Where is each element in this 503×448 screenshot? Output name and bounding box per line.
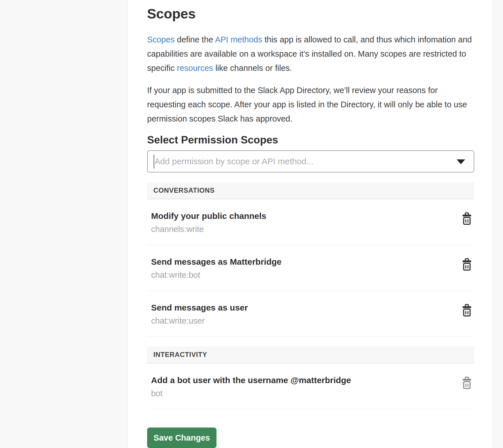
section-label: CONVERSATIONS xyxy=(153,186,215,194)
page-title: Scopes xyxy=(147,6,474,22)
text-cursor xyxy=(154,155,154,168)
trash-icon xyxy=(462,377,471,389)
scope-search-input[interactable] xyxy=(148,151,474,172)
trash-icon xyxy=(462,258,471,271)
scope-name: Modify your public channels xyxy=(151,211,266,221)
scope-info: Add a bot user with the username @matter… xyxy=(151,375,351,399)
scope-info: Send messages as Matterbridge chat:write… xyxy=(151,256,282,280)
scope-row-bot: Add a bot user with the username @matter… xyxy=(147,363,474,409)
api-methods-link[interactable]: API methods xyxy=(215,35,262,44)
scope-row-chat-write-user: Send messages as user chat:write:user xyxy=(147,291,474,337)
section-header-conversations: CONVERSATIONS xyxy=(147,182,474,199)
trash-icon xyxy=(462,304,471,317)
scope-code: chat:write:bot xyxy=(151,270,282,280)
remove-scope-button[interactable] xyxy=(462,212,471,225)
sidebar xyxy=(0,0,127,448)
scope-name: Send messages as Matterbridge xyxy=(151,256,282,267)
main-content-card: Scopes Scopes define the API methods thi… xyxy=(127,0,493,448)
chevron-down-icon[interactable] xyxy=(457,159,465,164)
scope-code: bot xyxy=(151,388,351,399)
remove-scope-button[interactable] xyxy=(462,377,471,389)
scope-code: chat:write:user xyxy=(151,315,248,326)
select-permission-scopes-heading: Select Permission Scopes xyxy=(147,134,474,146)
scope-row-channels-write: Modify your public channels channels:wri… xyxy=(147,199,474,245)
scope-code: channels:write xyxy=(151,224,266,235)
intro-paragraph-1: Scopes define the API methods this app i… xyxy=(147,32,474,75)
scope-row-chat-write-bot: Send messages as Matterbridge chat:write… xyxy=(147,245,474,291)
scope-name: Add a bot user with the username @matter… xyxy=(151,375,351,386)
remove-scope-button[interactable] xyxy=(462,304,471,317)
trash-icon xyxy=(462,212,471,225)
scope-info: Send messages as user chat:write:user xyxy=(151,302,248,326)
intro-paragraph-2: If your app is submitted to the Slack Ap… xyxy=(147,83,474,126)
section-header-interactivity: INTERACTIVITY xyxy=(147,346,474,363)
intro-text: like channels or files. xyxy=(213,63,292,73)
remove-scope-button[interactable] xyxy=(462,258,471,271)
intro-text: define the xyxy=(175,35,215,44)
scopes-section: Scopes Scopes define the API methods thi… xyxy=(128,6,492,448)
section-label: INTERACTIVITY xyxy=(153,351,207,359)
scope-search-box xyxy=(147,150,474,172)
scopes-link[interactable]: Scopes xyxy=(147,35,175,44)
save-changes-button[interactable]: Save Changes xyxy=(147,428,217,448)
scopes-page: Scopes Scopes define the API methods thi… xyxy=(0,0,503,448)
resources-link[interactable]: resources xyxy=(177,63,213,73)
scope-name: Send messages as user xyxy=(151,302,248,313)
scope-info: Modify your public channels channels:wri… xyxy=(151,211,266,235)
